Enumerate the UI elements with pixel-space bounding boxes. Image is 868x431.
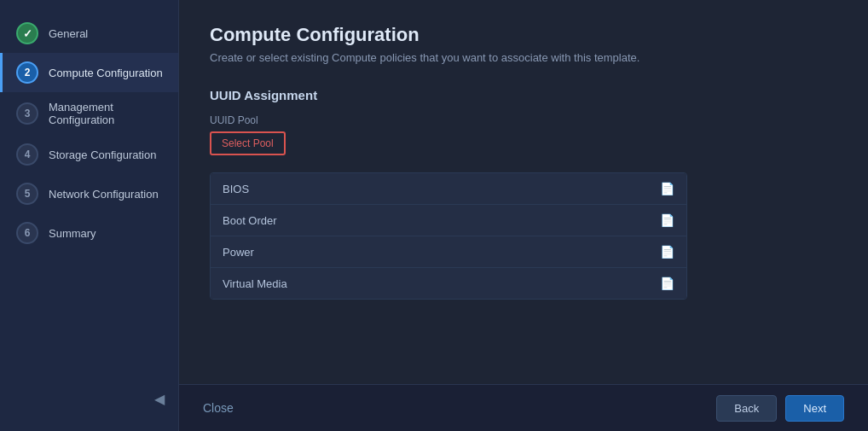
main-content: Compute Configuration Create or select e…	[179, 0, 868, 431]
collapse-icon: ◀	[154, 391, 165, 407]
policy-edit-icon: 📄	[660, 182, 674, 195]
page-subtitle: Create or select existing Compute polici…	[210, 51, 837, 64]
sidebar-item-storage[interactable]: 4Storage Configuration	[0, 135, 178, 174]
sidebar-item-general[interactable]: ✓General	[0, 14, 178, 53]
step-circle-network: 5	[16, 183, 38, 205]
step-circle-general: ✓	[16, 22, 38, 44]
sidebar-label-summary: Summary	[49, 227, 96, 240]
policy-name: Boot Order	[223, 214, 277, 227]
sidebar-label-storage: Storage Configuration	[49, 149, 156, 161]
policy-list: BIOS📄Boot Order📄Power📄Virtual Media📄	[210, 172, 687, 300]
sidebar: ✓General2Compute Configuration3Managemen…	[0, 0, 179, 431]
sidebar-label-compute: Compute Configuration	[49, 67, 163, 79]
select-pool-button[interactable]: Select Pool	[210, 131, 286, 155]
footer: Close Back Next	[179, 384, 868, 431]
sidebar-item-management[interactable]: 3Management Configuration	[0, 92, 178, 135]
back-button[interactable]: Back	[716, 395, 777, 422]
step-circle-management: 3	[16, 102, 38, 125]
sidebar-item-compute[interactable]: 2Compute Configuration	[0, 53, 178, 92]
policy-name: Virtual Media	[223, 277, 287, 290]
next-button[interactable]: Next	[785, 395, 844, 422]
footer-right: Back Next	[716, 395, 844, 422]
sidebar-label-network: Network Configuration	[49, 188, 159, 201]
policy-name: Power	[223, 246, 254, 259]
policy-row[interactable]: Virtual Media📄	[211, 268, 686, 299]
content-area: Compute Configuration Create or select e…	[179, 0, 868, 384]
page-title: Compute Configuration	[210, 24, 837, 46]
step-circle-storage: 4	[16, 143, 38, 166]
sidebar-label-management: Management Configuration	[49, 101, 165, 126]
policy-edit-icon: 📄	[660, 245, 674, 259]
checkmark-icon: ✓	[23, 27, 32, 40]
step-circle-summary: 6	[16, 222, 38, 244]
collapse-button[interactable]: ◀	[0, 381, 178, 417]
sidebar-label-general: General	[49, 27, 88, 40]
policy-row[interactable]: Boot Order📄	[211, 205, 686, 236]
sidebar-item-network[interactable]: 5Network Configuration	[0, 174, 178, 213]
policy-edit-icon: 📄	[660, 277, 674, 290]
step-circle-compute: 2	[16, 61, 38, 84]
policy-row[interactable]: BIOS📄	[211, 173, 686, 205]
close-button[interactable]: Close	[203, 396, 234, 420]
policy-name: BIOS	[223, 183, 249, 195]
sidebar-item-summary[interactable]: 6Summary	[0, 213, 178, 253]
policy-edit-icon: 📄	[660, 213, 674, 227]
footer-left: Close	[203, 396, 234, 420]
uuid-section-title: UUID Assignment	[210, 88, 837, 102]
pool-label: UUID Pool	[210, 114, 837, 126]
policy-row[interactable]: Power📄	[211, 236, 686, 268]
